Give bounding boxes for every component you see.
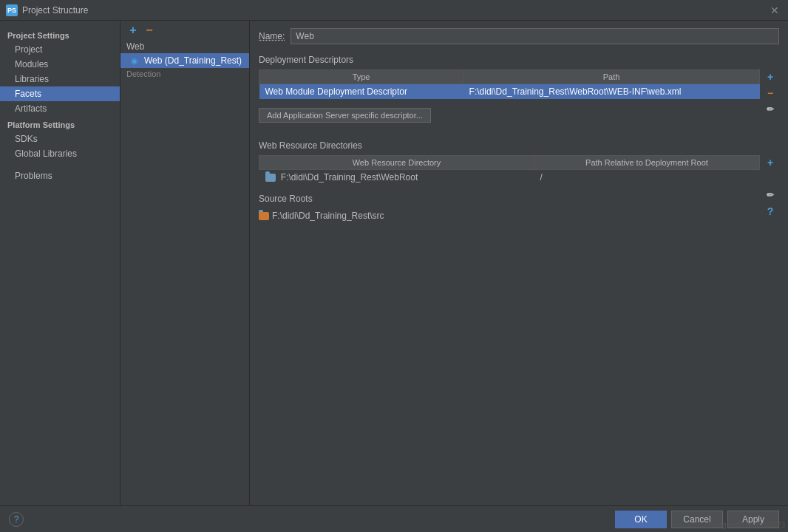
table-row[interactable]: F:\didi\Dd_Training_Rest\WebRoot / — [259, 170, 760, 185]
remove-deployment-button[interactable]: − — [763, 86, 778, 100]
window-icon: PS — [6, 4, 18, 16]
add-web-resource-button[interactable]: + — [763, 155, 778, 170]
deployment-type-header: Type — [259, 70, 463, 84]
window-title: Project Structure — [22, 5, 767, 16]
deployment-descriptors-title: Deployment Descriptors — [259, 55, 779, 65]
web-resource-relpath-cell: / — [534, 170, 759, 185]
deployment-path-header: Path — [463, 70, 760, 84]
web-facet-icon: ◉ — [131, 56, 138, 66]
folder-icon — [265, 174, 276, 182]
sidebar-item-facets[interactable]: Facets — [0, 86, 120, 101]
sidebar-item-artifacts[interactable]: Artifacts — [0, 101, 120, 116]
source-root-item[interactable]: F:\didi\Dd_Training_Rest\src — [259, 208, 760, 223]
detection-label: Detection — [120, 68, 249, 81]
web-resource-section: Web Resource Directory Path Relative to … — [259, 155, 760, 185]
facet-item-label: Web (Dd_Training_Rest) — [144, 55, 242, 66]
source-root-path: F:\didi\Dd_Training_Rest\src — [272, 211, 384, 221]
facet-item-web[interactable]: ◉ Web (Dd_Training_Rest) — [120, 53, 249, 68]
sidebar-item-global-libraries[interactable]: Global Libraries — [0, 146, 120, 161]
add-facet-button[interactable]: + — [126, 24, 140, 37]
add-descriptor-wrapper: Add Application Server specific descript… — [259, 108, 760, 130]
content-area: Name: Deployment Descriptors Type Path W… — [250, 21, 788, 505]
web-resource-table: Web Resource Directory Path Relative to … — [259, 155, 760, 185]
deployment-table: Type Path Web Module Deployment Descript… — [259, 69, 760, 99]
platform-settings-label: Platform Settings — [0, 116, 120, 132]
web-resource-title: Web Resource Directories — [259, 140, 779, 151]
facets-toolbar: + − — [120, 21, 249, 40]
edit-deployment-button[interactable]: ✏ — [763, 102, 778, 117]
name-label: Name: — [259, 31, 285, 41]
add-descriptor-button[interactable]: Add Application Server specific descript… — [259, 108, 431, 123]
source-folder-icon — [259, 212, 269, 220]
title-bar: PS Project Structure ✕ — [0, 0, 788, 21]
add-deployment-button[interactable]: + — [763, 69, 778, 84]
main-container: Project Settings Project Modules Librari… — [0, 21, 788, 505]
web-resource-actions: + ✏ ? — [763, 155, 778, 219]
deployment-path-cell: F:\didi\Dd_Training_Rest\WebRoot\WEB-INF… — [463, 84, 760, 100]
deployment-type-cell: Web Module Deployment Descriptor — [259, 84, 463, 100]
source-roots-section: F:\didi\Dd_Training_Rest\src — [259, 208, 760, 223]
deployment-actions: + − ✏ — [763, 69, 778, 117]
bottom-bar: ? OK Cancel Apply — [0, 505, 788, 532]
sidebar-item-libraries[interactable]: Libraries — [0, 72, 120, 86]
close-button[interactable]: ✕ — [767, 3, 782, 18]
project-settings-label: Project Settings — [0, 27, 120, 42]
sidebar-item-sdks[interactable]: SDKs — [0, 132, 120, 146]
source-roots-title: Source Roots — [259, 194, 779, 204]
sidebar: Project Settings Project Modules Librari… — [0, 21, 120, 505]
sidebar-item-problems[interactable]: Problems — [0, 168, 120, 183]
edit-web-resource-button[interactable]: ✏ — [763, 188, 778, 202]
table-row[interactable]: Web Module Deployment Descriptor F:\didi… — [259, 84, 760, 100]
web-resource-dir-cell: F:\didi\Dd_Training_Rest\WebRoot — [259, 170, 534, 185]
facets-panel: + − Web ◉ Web (Dd_Training_Rest) Detecti… — [120, 21, 250, 505]
help-web-resource-button[interactable]: ? — [763, 204, 778, 219]
web-resource-path-header: Path Relative to Deployment Root — [534, 156, 759, 170]
watermark: //blog.csdn.net/hzr0323 — [708, 521, 785, 529]
bottom-left: ? — [9, 512, 24, 527]
sidebar-item-project[interactable]: Project — [0, 42, 120, 57]
web-resource-dir-header: Web Resource Directory — [259, 156, 534, 170]
facet-group-label: Web — [120, 40, 249, 53]
deployment-descriptors-section: Type Path Web Module Deployment Descript… — [259, 69, 760, 99]
remove-facet-button[interactable]: − — [143, 24, 156, 37]
help-button[interactable]: ? — [9, 512, 24, 527]
ok-button[interactable]: OK — [615, 511, 667, 528]
sidebar-item-modules[interactable]: Modules — [0, 57, 120, 72]
name-input[interactable] — [291, 28, 779, 44]
name-field-row: Name: — [259, 28, 779, 44]
